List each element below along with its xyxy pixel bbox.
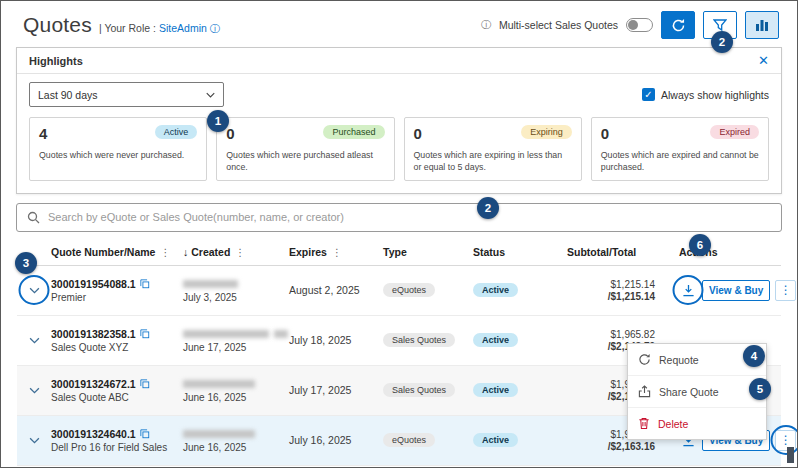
annotation-5: 5: [749, 378, 771, 400]
trash-icon: [638, 417, 650, 430]
chevron-down-icon: [29, 287, 40, 294]
status-badge: Active: [473, 333, 518, 347]
col-status: Status: [473, 246, 567, 258]
row-expand-chevron[interactable]: [17, 387, 51, 394]
created-date: June 17, 2025: [183, 342, 289, 353]
menu-item-share-quote[interactable]: Share Quote: [628, 376, 766, 408]
card-description: Quotes which are expired and cannot be p…: [601, 150, 759, 174]
view-buy-button[interactable]: View & Buy: [702, 280, 770, 301]
always-show-checkbox[interactable]: ✓ Always show highlights: [642, 88, 769, 101]
search-bar: [16, 203, 782, 232]
always-show-label: Always show highlights: [661, 89, 769, 101]
quote-number: 3000191324640.1: [51, 428, 136, 440]
sort-desc-icon[interactable]: ↓: [183, 246, 188, 258]
copy-icon[interactable]: [140, 379, 150, 389]
highlights-title: Highlights: [29, 55, 83, 67]
annotation-4: 4: [743, 345, 765, 367]
chevron-down-icon: [206, 92, 215, 98]
chevron-down-icon: [29, 437, 40, 444]
share-icon: [638, 385, 651, 398]
refresh-icon: [671, 18, 686, 33]
annotation-2-search: 2: [477, 197, 499, 219]
expires-date: July 18, 2025: [289, 334, 383, 346]
card-count: 0: [601, 125, 609, 142]
multiselect-info-icon[interactable]: ⓘ: [481, 18, 491, 32]
role-info-icon[interactable]: ⓘ: [210, 23, 220, 34]
row-expand-chevron[interactable]: [17, 337, 51, 344]
annotation-3: 3: [15, 252, 37, 274]
filter-funnel-icon: [713, 18, 727, 32]
creator-name-redacted: [183, 430, 255, 438]
card-description: Quotes which were never purchased.: [39, 150, 197, 162]
chevron-down-icon: [29, 337, 40, 344]
page-header: Quotes | Your Role :SiteAdminⓘ ⓘ Multi-s…: [1, 1, 797, 45]
created-date: June 16, 2025: [183, 392, 289, 403]
quote-name: Premier: [51, 292, 183, 303]
col-subtotal: Subtotal/Total: [567, 246, 671, 258]
card-count: 4: [39, 125, 47, 142]
creator-name-redacted: [274, 330, 288, 338]
annotation-6: 6: [689, 234, 711, 256]
close-icon[interactable]: ✕: [758, 54, 769, 67]
refresh-button[interactable]: [661, 11, 695, 39]
active-badge: Active: [155, 125, 198, 139]
requote-icon: [638, 353, 651, 366]
date-range-value: Last 90 days: [38, 89, 98, 101]
scrollbar-thumb[interactable]: [787, 447, 794, 463]
type-badge: eQuotes: [383, 283, 435, 297]
row-expand-chevron[interactable]: [25, 283, 44, 298]
multiselect-label: Multi-select Sales Quotes: [499, 19, 618, 31]
copy-icon[interactable]: [140, 329, 150, 339]
col-actions: Actions: [671, 246, 781, 258]
copy-icon[interactable]: [140, 429, 150, 439]
date-range-select[interactable]: Last 90 days: [29, 82, 224, 107]
total-value: /$1,215.14: [567, 291, 655, 302]
expires-date: July 16, 2025: [289, 434, 383, 446]
creator-name-redacted: [183, 330, 269, 338]
type-badge: eQuotes: [383, 433, 435, 447]
creator-name-redacted: [183, 280, 238, 288]
card-description: Quotes which are expiring in less than o…: [414, 150, 572, 174]
search-icon: [27, 211, 40, 224]
col-created: Created: [191, 246, 230, 258]
created-date: June 16, 2025: [183, 442, 289, 453]
column-menu-icon[interactable]: ⋮: [160, 247, 170, 258]
expired-badge: Expired: [710, 125, 759, 139]
column-menu-icon[interactable]: ⋮: [235, 247, 245, 258]
quote-number: 3000191954088.1: [51, 278, 136, 290]
search-input[interactable]: [48, 211, 771, 223]
status-badge: Active: [473, 283, 518, 297]
col-expires: Expires: [289, 246, 327, 258]
quote-number: 3000191324672.1: [51, 378, 136, 390]
quote-name: Dell Pro 16 for Field Sales: [51, 442, 183, 453]
highlight-card-purchased: 0 Purchased Quotes which were purchased …: [216, 117, 394, 181]
copy-icon[interactable]: [140, 279, 150, 289]
column-menu-icon[interactable]: ⋮: [332, 247, 342, 258]
annotation-1: 1: [207, 110, 229, 132]
row-expand-chevron[interactable]: [17, 437, 51, 444]
purchased-badge: Purchased: [323, 125, 384, 139]
highlight-card-expired: 0 Expired Quotes which are expired and c…: [591, 117, 769, 181]
quotes-page: Quotes | Your Role :SiteAdminⓘ ⓘ Multi-s…: [0, 0, 798, 468]
multiselect-toggle[interactable]: [626, 18, 653, 32]
status-badge: Active: [473, 383, 518, 397]
download-button[interactable]: [679, 281, 697, 299]
type-badge: Sales Quotes: [383, 333, 455, 347]
total-value: /$2,163.16: [567, 441, 655, 452]
card-count: 0: [226, 125, 234, 142]
table-header-row: Quote Number/Name⋮ ↓Created⋮ Expires⋮ Ty…: [17, 240, 781, 266]
subtotal-value: $1,965.82: [567, 329, 655, 340]
menu-item-delete[interactable]: Delete: [628, 408, 766, 439]
expiring-badge: Expiring: [521, 125, 572, 139]
type-badge: Sales Quotes: [383, 383, 455, 397]
col-quote-number: Quote Number/Name: [51, 246, 155, 258]
expires-date: July 17, 2025: [289, 384, 383, 396]
expires-date: August 2, 2025: [289, 284, 383, 296]
highlights-panel: Highlights ✕ Last 90 days ✓ Always show …: [16, 47, 782, 194]
created-date: July 3, 2025: [183, 292, 289, 303]
chart-view-button[interactable]: [745, 11, 779, 39]
creator-name-redacted: [183, 380, 255, 388]
row-menu-button[interactable]: ⋮: [775, 280, 796, 301]
highlight-card-expiring: 0 Expiring Quotes which are expiring in …: [404, 117, 582, 181]
chevron-down-icon: [29, 387, 40, 394]
